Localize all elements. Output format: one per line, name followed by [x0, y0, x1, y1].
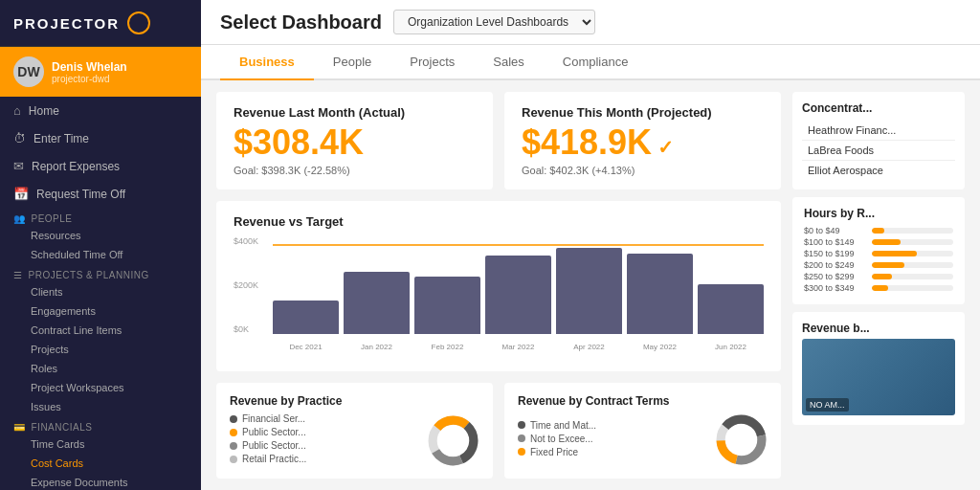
bar-value	[273, 301, 339, 334]
contract-pie-body: Time and Mat... Not to Excee... Fixed Pr…	[518, 413, 768, 466]
legend-dot-3	[230, 456, 237, 463]
tab-compliance[interactable]: Compliance	[544, 45, 648, 80]
target-line	[273, 244, 764, 246]
hours-by-rate-title: Hours by R...	[804, 207, 953, 220]
contract-dot-0	[518, 421, 525, 429]
nav-resources[interactable]: Resources	[0, 226, 201, 245]
projects-section-icon: ☰	[13, 270, 23, 280]
nav-expense-documents[interactable]: Expense Documents	[0, 473, 201, 490]
hours-bar-bg-3	[872, 262, 953, 268]
concentration-card: Concentrat... Heathrow Financ... LaBrea …	[792, 92, 965, 189]
dashboard-select[interactable]: Organization Level Dashboards	[393, 10, 595, 34]
bar-value	[698, 284, 764, 334]
contract-legend: Time and Mat... Not to Excee... Fixed Pr…	[518, 420, 705, 460]
tab-projects[interactable]: Projects	[390, 45, 474, 80]
revenue-by-geo-card: Revenue b... NO AM...	[792, 312, 965, 425]
bar-mar2022	[485, 256, 551, 334]
kpi-revenue-this-goal: Goal: $402.3K (+4.13%)	[522, 165, 764, 176]
nav-time-cards[interactable]: Time Cards	[0, 434, 201, 454]
bar-dec2021	[273, 301, 339, 334]
nav-enter-time[interactable]: ⏱ Enter Time	[0, 124, 201, 152]
app-name: PROJECTOR	[13, 15, 120, 32]
contract-dot-2	[518, 448, 525, 456]
main-header: Select Dashboard Organization Level Dash…	[201, 0, 980, 45]
legend-item-0: Financial Ser...	[230, 413, 417, 424]
bar-jun2022	[698, 284, 764, 334]
nav-clients[interactable]: Clients	[0, 282, 201, 301]
expense-icon: ✉	[13, 159, 24, 173]
client-row-0: Heathrow Financ...	[802, 121, 955, 141]
practice-legend: Financial Ser... Public Sector... Public…	[230, 413, 417, 467]
hours-bar-bg-4	[872, 274, 953, 279]
kpi-revenue-this: Revenue This Month (Projected) $418.9K G…	[504, 92, 781, 189]
dashboard-content: Revenue Last Month (Actual) $308.4K Goal…	[201, 80, 980, 490]
section-financials[interactable]: 💳 Financials	[0, 416, 201, 434]
tab-people[interactable]: People	[314, 45, 390, 80]
x-label-5: May 2022	[627, 343, 693, 351]
legend-item-2: Public Sector...	[230, 440, 417, 451]
pie-body: Financial Ser... Public Sector... Public…	[230, 413, 479, 467]
legend-dot-2	[230, 442, 237, 450]
revenue-by-practice-card: Revenue by Practice Financial Ser... Pub…	[216, 383, 493, 479]
kpi-revenue-this-value: $418.9K	[522, 123, 764, 162]
revenue-by-geo-title: Revenue b...	[802, 322, 955, 335]
nav-project-workspaces[interactable]: Project Workspaces	[0, 378, 201, 397]
bar-value	[344, 272, 410, 334]
nav-report-expenses[interactable]: ✉ Report Expenses	[0, 152, 201, 180]
bar-apr2022	[556, 248, 622, 334]
user-name: Denis Whelan	[52, 60, 127, 74]
x-label-6: Jun 2022	[698, 343, 764, 351]
hours-row-3: $200 to $249	[804, 260, 953, 270]
kpi-revenue-last: Revenue Last Month (Actual) $308.4K Goal…	[216, 92, 493, 189]
legend-dot-1	[230, 429, 237, 436]
x-label-4: Apr 2022	[556, 343, 622, 351]
home-icon: ⌂	[13, 103, 21, 118]
nav-home[interactable]: ⌂ Home	[0, 97, 201, 124]
main-content: Select Dashboard Organization Level Dash…	[201, 0, 980, 490]
hours-bar-bg-5	[872, 285, 953, 291]
nav-contract-line-items[interactable]: Contract Line Items	[0, 321, 201, 340]
kpi-revenue-last-goal: Goal: $398.3K (-22.58%)	[234, 165, 476, 176]
right-panel: Concentrat... Heathrow Financ... LaBrea …	[792, 92, 965, 479]
clock-icon: ⏱	[13, 131, 26, 145]
svg-point-9	[729, 428, 752, 451]
nav-engagements[interactable]: Engagements	[0, 301, 201, 321]
hours-bar-fill-0	[872, 228, 884, 234]
x-label-0: Dec 2021	[273, 343, 339, 351]
bar-jan2022	[344, 272, 410, 334]
revenue-vs-target-chart: Revenue vs Target $400K $200K $0K	[216, 201, 781, 371]
contract-donut	[715, 413, 768, 466]
client-row-2: Elliot Aerospace	[802, 161, 955, 180]
tab-sales[interactable]: Sales	[474, 45, 544, 80]
hours-bar-fill-4	[872, 274, 892, 279]
kpi-revenue-last-title: Revenue Last Month (Actual)	[234, 105, 476, 120]
section-projects[interactable]: ☰ Projects & Planning	[0, 264, 201, 282]
hours-bar-bg-0	[872, 228, 953, 234]
bar-value	[414, 277, 480, 334]
nav-projects[interactable]: Projects	[0, 340, 201, 359]
hours-bar-fill-5	[872, 285, 888, 291]
client-row-1: LaBrea Foods	[802, 141, 955, 161]
map-visual: NO AM...	[802, 339, 955, 415]
nav-cost-cards[interactable]: Cost Cards	[0, 454, 201, 473]
section-people[interactable]: 👥 People	[0, 208, 201, 226]
kpi-row: Revenue Last Month (Actual) $308.4K Goal…	[216, 92, 781, 189]
hours-bar-bg-2	[872, 251, 953, 256]
nav-scheduled-time-off[interactable]: Scheduled Time Off	[0, 245, 201, 264]
bar-value	[627, 254, 693, 334]
nav-roles[interactable]: Roles	[0, 359, 201, 378]
user-profile[interactable]: DW Denis Whelan projector-dwd	[0, 47, 201, 97]
nav-request-time-off[interactable]: 📅 Request Time Off	[0, 180, 201, 208]
hours-row-4: $250 to $299	[804, 272, 953, 281]
contract-legend-item-1: Not to Excee...	[518, 434, 705, 444]
page-title: Select Dashboard	[220, 11, 382, 33]
tab-business[interactable]: Business	[220, 45, 314, 80]
y-label-0k: $0K	[234, 324, 267, 334]
hours-row-1: $100 to $149	[804, 237, 953, 247]
nav-issues[interactable]: Issues	[0, 397, 201, 416]
hours-row-0: $0 to $49	[804, 226, 953, 235]
legend-dot-0	[230, 415, 237, 423]
hours-bar-fill-3	[872, 262, 904, 268]
people-section-icon: 👥	[13, 213, 26, 224]
bottom-charts-row: Revenue by Practice Financial Ser... Pub…	[216, 383, 781, 479]
